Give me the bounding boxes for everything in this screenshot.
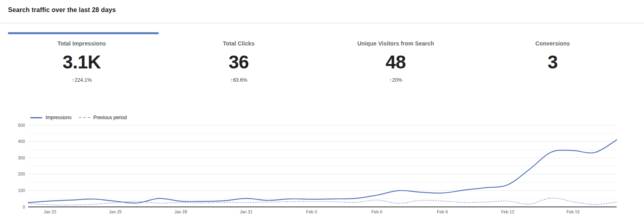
svg-text:300: 300 (18, 155, 25, 160)
metric-card-conversions: Conversions 3 (474, 40, 631, 83)
metric-delta (474, 77, 631, 83)
metric-card-unique-visitors: Unique Visitors from Search 48 ↑20% (317, 40, 474, 83)
metric-label: Unique Visitors from Search (317, 40, 474, 47)
svg-text:500: 500 (18, 123, 25, 128)
svg-text:400: 400 (18, 139, 25, 144)
search-traffic-panel: Search traffic over the last 28 days Tot… (0, 0, 644, 219)
svg-text:Jan 22: Jan 22 (43, 209, 56, 214)
svg-text:Jan 31: Jan 31 (240, 209, 253, 214)
svg-text:200: 200 (18, 171, 25, 176)
delta-value: 63.6% (233, 77, 247, 83)
metric-delta: ↑63.6% (160, 77, 317, 83)
metric-value: 48 (317, 50, 474, 74)
svg-text:Feb 9: Feb 9 (437, 209, 448, 214)
metric-value: 3.1K (3, 50, 160, 74)
svg-text:100: 100 (18, 188, 25, 193)
svg-text:0: 0 (23, 205, 25, 209)
impressions-chart-section: Impressions Previous period 010020030040… (0, 113, 644, 219)
metric-label: Total Clicks (160, 40, 317, 47)
svg-text:Jan 28: Jan 28 (174, 209, 187, 214)
svg-text:Feb 3: Feb 3 (306, 209, 317, 214)
svg-text:Jan 25: Jan 25 (109, 209, 122, 214)
metric-label: Total Impressions (3, 40, 160, 47)
metric-delta: ↑224.1% (3, 77, 160, 83)
arrow-up-icon: ↑ (72, 77, 74, 83)
metric-value: 3 (474, 50, 631, 74)
arrow-up-icon: ↑ (230, 77, 233, 83)
metric-value: 36 (160, 50, 317, 74)
page-title: Search traffic over the last 28 days (8, 6, 636, 14)
arrow-up-icon: ↑ (389, 77, 392, 83)
traffic-line-chart: 0100200300400500Jan 22Jan 25Jan 28Jan 31… (0, 113, 644, 219)
metric-card-total-clicks: Total Clicks 36 ↑63.6% (160, 40, 317, 83)
accent-indicator-bar (8, 32, 159, 34)
svg-text:Feb 15: Feb 15 (566, 209, 580, 214)
delta-value: 20% (392, 77, 402, 83)
metric-cards-row: Total Impressions 3.1K ↑224.1% Total Cli… (3, 40, 631, 83)
metric-label: Conversions (474, 40, 631, 47)
svg-text:Feb 12: Feb 12 (501, 209, 514, 214)
metric-card-total-impressions: Total Impressions 3.1K ↑224.1% (3, 40, 160, 83)
metric-delta: ↑20% (317, 77, 474, 83)
svg-text:Feb 6: Feb 6 (372, 209, 382, 214)
delta-value: 224.1% (74, 77, 91, 83)
panel-header: Search traffic over the last 28 days (0, 0, 644, 23)
